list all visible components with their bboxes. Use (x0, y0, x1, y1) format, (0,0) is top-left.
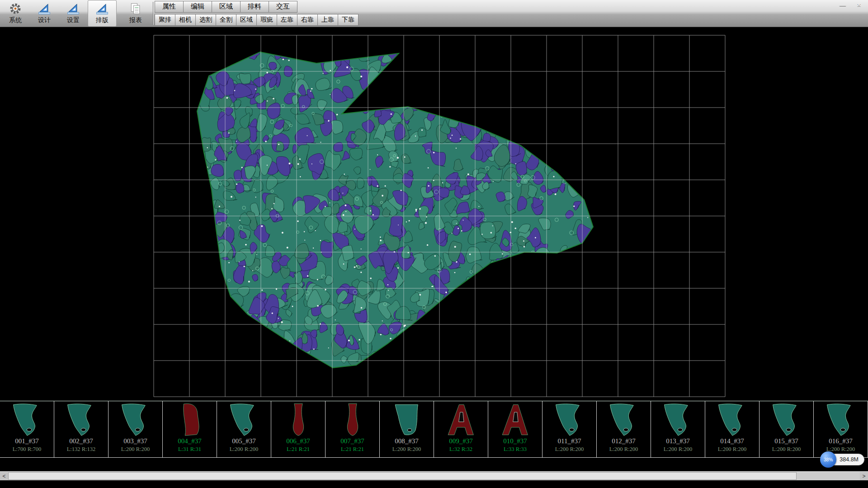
tab-interact[interactable]: 交互 (269, 1, 297, 13)
piece-lr-count: L:200 R:200 (609, 446, 638, 453)
piece-thumbnail-014[interactable]: 014_#37L:200 R:200 (705, 401, 760, 457)
nav-button-layout[interactable]: 排版 (88, 0, 117, 27)
piece-lr-count: L:21 R:21 (287, 446, 310, 453)
set-square-icon (66, 2, 80, 16)
piece-shape (279, 403, 318, 437)
piece-shape (225, 403, 264, 437)
piece-id: 010_#37 (503, 437, 527, 446)
piece-id: 004_#37 (178, 437, 202, 446)
piece-thumbnail-004[interactable]: 004_#37L:31 R:31 (163, 401, 217, 457)
tool-camera[interactable]: 相机 (175, 14, 196, 26)
piece-thumbnail-009[interactable]: 009_#37L:32 R:32 (434, 401, 488, 457)
piece-lr-count: L:32 R:32 (449, 446, 472, 453)
piece-id: 013_#37 (666, 437, 690, 446)
nesting-canvas[interactable] (0, 27, 868, 401)
piece-thumbnail-003[interactable]: 003_#37L:200 R:200 (108, 401, 163, 457)
piece-shape (767, 403, 806, 437)
piece-shape (604, 403, 643, 437)
tool-select-cut[interactable]: 选割 (195, 14, 216, 26)
piece-lr-count: L:200 R:200 (230, 446, 259, 453)
piece-lr-count: L:700 R:700 (13, 446, 42, 453)
piece-lr-count: L:200 R:200 (392, 446, 421, 453)
set-square-icon (38, 2, 51, 16)
piece-thumbnail-002[interactable]: 002_#37L:132 R:132 (54, 401, 108, 457)
piece-id: 011_#37 (558, 437, 581, 446)
tool-snap-down[interactable]: 下靠 (338, 14, 359, 26)
piece-shape (496, 403, 535, 437)
piece-thumbnail-007[interactable]: 007_#37L:21 R:21 (326, 401, 380, 457)
piece-id: 012_#37 (612, 437, 636, 446)
piece-lr-count: L:31 R:31 (178, 446, 201, 453)
tab-nesting[interactable]: 排料 (240, 1, 269, 13)
main-nav: 系统设计设置排版报表 (0, 0, 151, 27)
piece-thumbnail-010[interactable]: 010_#37L:33 R:33 (488, 401, 542, 457)
close-button[interactable]: × (854, 1, 863, 9)
tool-defect[interactable]: 瑕疵 (256, 14, 277, 26)
nav-button-report[interactable]: 报表 (121, 0, 150, 27)
set-square-icon (95, 2, 109, 16)
tool-cluster-nest[interactable]: 聚排 (155, 14, 175, 26)
horizontal-scrollbar[interactable]: < > (0, 471, 868, 480)
tab-region[interactable]: 区域 (212, 1, 241, 13)
piece-id: 015_#37 (774, 437, 798, 446)
piece-thumbnail-008[interactable]: 008_#37L:200 R:200 (380, 401, 434, 457)
piece-thumbnail-006[interactable]: 006_#37L:21 R:21 (271, 401, 326, 457)
nav-button-design[interactable]: 设计 (30, 0, 59, 27)
nav-label: 设计 (38, 16, 51, 24)
nav-label: 报表 (129, 16, 142, 24)
report-icon (129, 2, 142, 16)
window-controls: — × (838, 1, 863, 9)
piece-lr-count: L:200 R:200 (718, 446, 747, 453)
scroll-left-arrow[interactable]: < (0, 472, 8, 480)
piece-shape (116, 403, 155, 437)
piece-id: 001_#37 (15, 437, 39, 446)
piece-thumbnail-013[interactable]: 013_#37L:200 R:200 (651, 401, 705, 457)
piece-thumbnail-015[interactable]: 015_#37L:200 R:200 (760, 401, 814, 457)
piece-shape (713, 403, 752, 437)
piece-lr-count: L:200 R:200 (772, 446, 801, 453)
piece-thumbnail-012[interactable]: 012_#37L:200 R:200 (597, 401, 651, 457)
piece-lr-count: L:200 R:200 (664, 446, 693, 453)
piece-id: 003_#37 (123, 437, 147, 446)
hide-view (0, 27, 868, 401)
piece-thumbnail-011[interactable]: 011_#37L:200 R:200 (542, 401, 597, 457)
nav-button-settings[interactable]: 设置 (59, 0, 88, 27)
menu-area: 属性编辑区域排料交互 聚排相机选割全割区域瑕疵左靠右靠上靠下靠 (155, 0, 359, 27)
piece-shape (387, 403, 426, 437)
piece-thumbnail-016[interactable]: 016_#37L:200 R:200 (814, 401, 868, 457)
piece-lr-count: L:200 R:200 (555, 446, 584, 453)
tab-edit[interactable]: 编辑 (183, 1, 212, 13)
tool-snap-left[interactable]: 左靠 (277, 14, 297, 26)
piece-shape (62, 403, 101, 437)
piece-id: 006_#37 (286, 437, 310, 446)
piece-shape (442, 403, 481, 437)
piece-id: 002_#37 (69, 437, 93, 446)
piece-id: 008_#37 (395, 437, 419, 446)
piece-lr-count: L:132 R:132 (67, 446, 96, 453)
piece-lr-count: L:33 R:33 (504, 446, 527, 453)
tool-cut-all[interactable]: 全割 (216, 14, 236, 26)
piece-thumbnail-001[interactable]: 001_#37L:700 R:700 (0, 401, 54, 457)
piece-thumbnail-005[interactable]: 005_#37L:200 R:200 (217, 401, 271, 457)
nav-label: 排版 (96, 16, 108, 24)
piece-shape (333, 403, 372, 437)
nav-button-system[interactable]: 系统 (1, 0, 30, 27)
scroll-thumb[interactable] (8, 472, 797, 480)
memory-indicator: 38% 384.8M (820, 451, 864, 468)
piece-lr-count: L:21 R:21 (341, 446, 364, 453)
tool-snap-right[interactable]: 右靠 (297, 14, 318, 26)
piece-shape (170, 403, 209, 437)
scroll-right-arrow[interactable]: > (860, 472, 868, 480)
menu-tab-row: 属性编辑区域排料交互 (155, 0, 359, 14)
piece-id: 009_#37 (449, 437, 473, 446)
nav-label: 设置 (67, 16, 80, 24)
tool-snap-up[interactable]: 上靠 (317, 14, 338, 26)
tool-region[interactable]: 区域 (236, 14, 257, 26)
minimize-button[interactable]: — (838, 1, 847, 9)
piece-list: 001_#37L:700 R:700002_#37L:132 R:132003_… (0, 401, 868, 458)
piece-id: 014_#37 (720, 437, 744, 446)
tab-properties[interactable]: 属性 (155, 1, 184, 13)
piece-shape (659, 403, 698, 437)
piece-id: 007_#37 (340, 437, 364, 446)
piece-shape (821, 403, 860, 437)
